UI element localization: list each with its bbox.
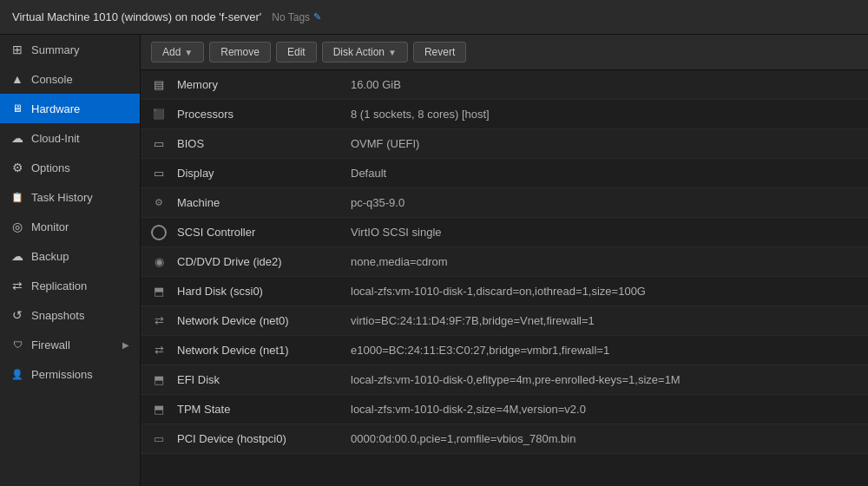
chevron-right-icon: ▶: [122, 340, 129, 350]
main-layout: SummaryConsoleHardwareCloud-InitOptionsT…: [0, 35, 868, 486]
sidebar-item-label-options: Options: [31, 161, 70, 174]
hardware-row-name: BIOS: [177, 137, 351, 150]
hw-icon-net-icon: [151, 343, 167, 358]
disk-action-button[interactable]: Disk Action ▼: [322, 42, 408, 62]
table-row[interactable]: PCI Device (hostpci0)0000:0d:00.0,pcie=1…: [141, 424, 868, 454]
sidebar-item-backup[interactable]: Backup: [0, 241, 140, 271]
hardware-row-value: 16.00 GiB: [351, 78, 868, 91]
sidebar-item-label-permissions: Permissions: [31, 368, 93, 381]
table-row[interactable]: SCSI ControllerVirtIO SCSI single: [141, 218, 868, 247]
sidebar-item-label-summary: Summary: [31, 43, 80, 56]
edit-button[interactable]: Edit: [276, 42, 317, 62]
summary-icon: [10, 43, 24, 56]
hw-icon-efi-icon: [151, 372, 167, 388]
hw-icon-scsi-icon: [151, 225, 167, 240]
toolbar: Add ▼ Remove Edit Disk Action ▼ Revert: [141, 35, 868, 70]
edit-tags-icon[interactable]: ✎: [313, 11, 321, 23]
sidebar-item-label-firewall: Firewall: [31, 338, 70, 351]
sidebar-item-label-snapshots: Snapshots: [31, 309, 84, 322]
sidebar-item-task-history[interactable]: Task History: [0, 182, 140, 212]
hardware-row-value: Default: [351, 167, 868, 180]
permissions-icon: [10, 367, 24, 381]
hw-icon-net-icon: [151, 313, 167, 329]
table-row[interactable]: Memory16.00 GiB: [141, 70, 868, 100]
backup-icon: [10, 249, 24, 263]
table-row[interactable]: Network Device (net1)e1000=BC:24:11:E3:C…: [141, 336, 868, 365]
hw-icon-bios-icon: [151, 136, 167, 152]
hardware-icon: [10, 102, 24, 115]
table-row[interactable]: CD/DVD Drive (ide2)none,media=cdrom: [141, 247, 868, 277]
hardware-row-value: VirtIO SCSI single: [351, 226, 868, 239]
sidebar-item-permissions[interactable]: Permissions: [0, 359, 140, 389]
add-button[interactable]: Add ▼: [151, 42, 204, 62]
cloud-init-icon: [10, 131, 24, 145]
sidebar-item-label-task-history: Task History: [31, 191, 93, 204]
hardware-row-value: none,media=cdrom: [351, 255, 868, 268]
hardware-row-name: Memory: [177, 78, 351, 91]
add-dropdown-arrow: ▼: [184, 48, 193, 57]
sidebar-item-cloud-init[interactable]: Cloud-Init: [0, 123, 140, 153]
hardware-row-name: EFI Disk: [177, 373, 351, 386]
hw-icon-cdrom-icon: [151, 254, 167, 270]
revert-button[interactable]: Revert: [413, 42, 466, 62]
sidebar-item-label-monitor: Monitor: [31, 220, 69, 233]
table-row[interactable]: Hard Disk (scsi0)local-zfs:vm-1010-disk-…: [141, 277, 868, 306]
hardware-row-name: CD/DVD Drive (ide2): [177, 255, 351, 268]
remove-button[interactable]: Remove: [209, 42, 271, 62]
sidebar-item-replication[interactable]: Replication: [0, 271, 140, 300]
hardware-row-name: SCSI Controller: [177, 226, 351, 239]
hardware-row-name: Machine: [177, 196, 351, 209]
hardware-row-value: local-zfs:vm-1010-disk-2,size=4M,version…: [351, 403, 868, 416]
sidebar-item-summary[interactable]: Summary: [0, 35, 140, 64]
hw-icon-pci-icon: [151, 431, 167, 447]
hw-icon-mem-icon: [151, 77, 167, 93]
content-area: Add ▼ Remove Edit Disk Action ▼ Revert M…: [141, 35, 868, 486]
table-row[interactable]: TPM Statelocal-zfs:vm-1010-disk-2,size=4…: [141, 395, 868, 424]
hardware-row-name: Processors: [177, 108, 351, 121]
hardware-row-name: Display: [177, 167, 351, 180]
hardware-row-name: Network Device (net1): [177, 344, 351, 357]
title-bar: Virtual Machine 1010 (windows) on node '…: [0, 0, 868, 35]
sidebar-item-label-backup: Backup: [31, 250, 69, 263]
sidebar-item-label-cloud-init: Cloud-Init: [31, 132, 80, 145]
sidebar-item-hardware[interactable]: Hardware: [0, 94, 140, 123]
hardware-row-name: Network Device (net0): [177, 314, 351, 327]
sidebar-item-console[interactable]: Console: [0, 64, 140, 94]
sidebar-item-label-replication: Replication: [31, 279, 87, 292]
hardware-row-value: 0000:0d:00.0,pcie=1,romfile=vbios_780m.b…: [351, 432, 868, 445]
hardware-row-value: pc-q35-9.0: [351, 196, 868, 209]
table-row[interactable]: EFI Disklocal-zfs:vm-1010-disk-0,efitype…: [141, 365, 868, 395]
monitor-icon: [10, 220, 24, 233]
sidebar: SummaryConsoleHardwareCloud-InitOptionsT…: [0, 35, 141, 486]
table-row[interactable]: Machinepc-q35-9.0: [141, 188, 868, 218]
sidebar-item-firewall[interactable]: Firewall▶: [0, 330, 140, 359]
sidebar-item-options[interactable]: Options: [0, 153, 140, 182]
hardware-row-value: virtio=BC:24:11:D4:9F:7B,bridge=Vnet,fir…: [351, 314, 868, 327]
hardware-table: Memory16.00 GiBProcessors8 (1 sockets, 8…: [141, 70, 868, 486]
table-row[interactable]: Processors8 (1 sockets, 8 cores) [host]: [141, 100, 868, 129]
table-row[interactable]: BIOSOVMF (UEFI): [141, 129, 868, 159]
replication-icon: [10, 279, 24, 292]
hardware-row-name: TPM State: [177, 403, 351, 416]
table-row[interactable]: DisplayDefault: [141, 159, 868, 188]
console-icon: [10, 72, 24, 86]
table-row[interactable]: Network Device (net0)virtio=BC:24:11:D4:…: [141, 306, 868, 336]
task-history-icon: [10, 190, 24, 204]
sidebar-item-label-hardware: Hardware: [31, 102, 80, 115]
firewall-icon: [10, 338, 24, 351]
hardware-row-value: OVMF (UEFI): [351, 137, 868, 150]
no-tags-label: No Tags ✎: [272, 11, 321, 23]
hw-icon-display-icon: [151, 166, 167, 181]
page-title: Virtual Machine 1010 (windows) on node '…: [12, 10, 261, 23]
hw-icon-cpu-icon: [151, 107, 167, 122]
hardware-row-value: local-zfs:vm-1010-disk-1,discard=on,ioth…: [351, 285, 868, 298]
hardware-row-name: PCI Device (hostpci0): [177, 432, 351, 445]
sidebar-item-monitor[interactable]: Monitor: [0, 212, 140, 241]
hardware-row-name: Hard Disk (scsi0): [177, 285, 351, 298]
options-icon: [10, 161, 24, 174]
hw-icon-disk-icon: [151, 284, 167, 299]
sidebar-item-snapshots[interactable]: Snapshots: [0, 300, 140, 330]
sidebar-item-label-console: Console: [31, 73, 73, 86]
hardware-row-value: 8 (1 sockets, 8 cores) [host]: [351, 108, 868, 121]
snapshots-icon: [10, 308, 24, 322]
